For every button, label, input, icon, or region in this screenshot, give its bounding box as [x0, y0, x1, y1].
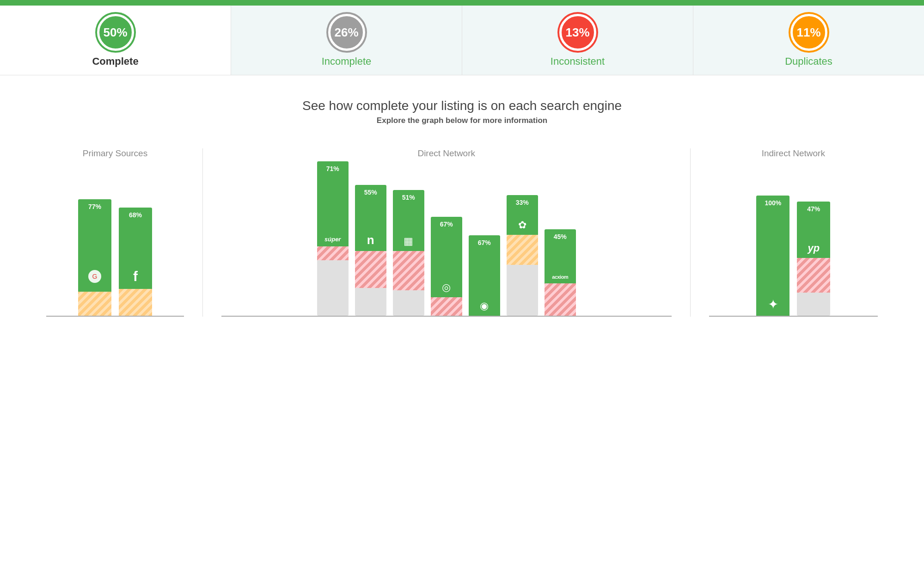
pointio-icon: ◉ [480, 300, 489, 312]
tabs-row: 50% Complete 26% Incomplete 13% Inconsis… [0, 6, 924, 75]
tab-duplicates[interactable]: 11% Duplicates [693, 6, 924, 75]
bar-factual: 51% ▦ [393, 190, 424, 316]
bar-superpages: 71% súper [317, 161, 349, 316]
bar-targetr: 67% ◎ [431, 217, 462, 316]
duplicates-label: Duplicates [785, 55, 832, 67]
top-bar [0, 0, 924, 6]
acxiom-icon: acxiom [552, 274, 568, 280]
chart-title-block: See how complete your listing is on each… [28, 98, 896, 125]
google-maps-icon: G [87, 269, 102, 287]
social-icon: ✿ [518, 219, 526, 231]
main-content: See how complete your listing is on each… [0, 75, 924, 344]
bar-facebook: 68% f [119, 208, 152, 316]
factual-icon: ▦ [404, 235, 413, 247]
bar-yp: 47% yp [797, 202, 830, 316]
section-direct-title: Direct Network [417, 148, 475, 159]
facebook-icon: f [133, 269, 138, 284]
inconsistent-label: Inconsistent [551, 55, 605, 67]
section-indirect: Indirect Network 100% ✦ 47% yp [691, 148, 896, 317]
neustar-icon: n [367, 233, 374, 247]
tab-incomplete[interactable]: 26% Incomplete [231, 6, 462, 75]
svg-text:G: G [92, 273, 97, 280]
indirect-bars: 100% ✦ 47% yp [756, 168, 830, 316]
incomplete-circle: 26% [328, 14, 365, 51]
tab-inconsistent[interactable]: 13% Inconsistent [462, 6, 693, 75]
tab-complete[interactable]: 50% Complete [0, 6, 231, 75]
chart-subtitle: Explore the graph below for more informa… [28, 116, 896, 125]
yelp-icon: ✦ [768, 297, 778, 312]
bar-acxiom: 45% acxiom [545, 229, 576, 316]
bar-social: 33% ✿ [507, 195, 538, 316]
duplicates-circle: 11% [790, 14, 827, 51]
yp-icon: yp [808, 242, 820, 254]
bar-pointio: 67% ◉ [469, 235, 500, 316]
inconsistent-circle: 13% [559, 14, 596, 51]
superpages-icon: súper [324, 236, 341, 243]
complete-circle: 50% [97, 14, 134, 51]
bar-neustar: 55% n [355, 185, 386, 316]
bar-yelp: 100% ✦ [756, 196, 789, 316]
primary-bars: 77% G 68% f [78, 168, 152, 316]
bar-google-maps: 77% G [78, 199, 111, 316]
section-primary: Primary Sources 77% G 68% [28, 148, 203, 317]
chart-container: Primary Sources 77% G 68% [28, 148, 896, 317]
complete-label: Complete [92, 55, 138, 67]
incomplete-label: Incomplete [322, 55, 372, 67]
section-direct: Direct Network 71% súper 55% n [203, 148, 691, 317]
chart-main-title: See how complete your listing is on each… [28, 98, 896, 113]
section-primary-title: Primary Sources [83, 148, 147, 159]
targetr-icon: ◎ [442, 282, 451, 294]
section-indirect-title: Indirect Network [762, 148, 825, 159]
direct-bars: 71% súper 55% n [317, 168, 576, 316]
